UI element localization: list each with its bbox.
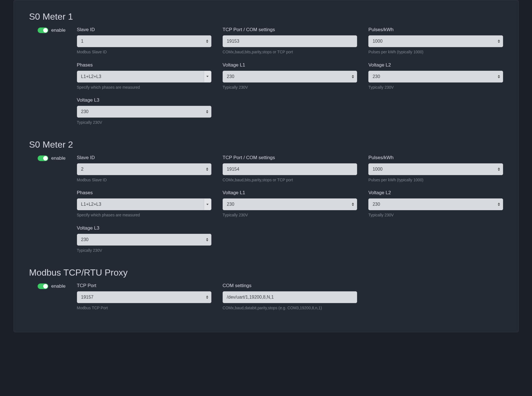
meter2-enable-label: enable (51, 155, 65, 161)
meter2-phases-label: Phases (77, 190, 211, 196)
meter1-row: enable Slave ID 1 Modbus Slave ID TCP Po… (29, 27, 503, 125)
meter1-slave-id-value: 1 (81, 39, 200, 44)
proxy-com-input[interactable]: /dev/uart/1,19200,8,N,1 (223, 291, 357, 303)
meter1-phases-helper: Specify which phases are measured (77, 85, 211, 90)
meter2-vl3-field: Voltage L3 230 Typically 230V (77, 225, 211, 253)
meter1-vl3-helper: Typically 230V (77, 120, 211, 125)
meter1-vl1-field: Voltage L1 230 Typically 230V (223, 62, 357, 90)
meter2-vl3-input[interactable]: 230 (77, 234, 211, 246)
meter2-tcp-field: TCP Port / COM settings 19154 COMx,baud,… (223, 155, 357, 183)
section-title-meter2: S0 Meter 2 (29, 139, 503, 150)
meter1-tcp-input[interactable]: 19153 (223, 35, 357, 47)
meter2-vl2-helper: Typically 230V (368, 212, 503, 218)
meter1-vl2-field: Voltage L2 230 Typically 230V (368, 62, 503, 90)
proxy-tcp-port-value: 19157 (81, 295, 200, 300)
meter1-fields: Slave ID 1 Modbus Slave ID TCP Port / CO… (77, 27, 503, 125)
meter1-phases-field: Phases L1+L2+L3 Specify which phases are… (77, 62, 211, 90)
proxy-tcp-port-input[interactable]: 19157 (77, 291, 211, 303)
meter2-vl2-input[interactable]: 230 (368, 198, 503, 210)
meter2-slave-id-value: 2 (81, 167, 200, 172)
spinner-icon[interactable] (205, 237, 209, 243)
meter1-slave-id-helper: Modbus Slave ID (77, 49, 211, 55)
meter2-tcp-input[interactable]: 19154 (223, 163, 357, 175)
meter2-tcp-value: 19154 (227, 167, 353, 172)
meter1-tcp-field: TCP Port / COM settings 19153 COMx,baud,… (223, 27, 357, 55)
settings-panel: S0 Meter 1 enable Slave ID 1 Modbus Slav… (13, 0, 519, 332)
meter1-enable-col: enable (29, 27, 66, 33)
proxy-com-value: /dev/uart/1,19200,8,N,1 (227, 295, 353, 300)
meter1-enable-toggle[interactable] (38, 28, 48, 33)
spinner-icon[interactable] (351, 201, 355, 207)
proxy-tcp-port-helper: Modbus TCP Port (77, 305, 211, 311)
meter1-phases-value: L1+L2+L3 (81, 74, 200, 79)
meter1-vl3-input[interactable]: 230 (77, 106, 211, 118)
spinner-icon[interactable] (205, 38, 209, 44)
meter2-vl3-label: Voltage L3 (77, 225, 211, 231)
meter1-slave-id-field: Slave ID 1 Modbus Slave ID (77, 27, 211, 55)
meter1-vl3-value: 230 (81, 109, 200, 114)
spinner-icon[interactable] (205, 166, 209, 172)
meter1-vl3-label: Voltage L3 (77, 97, 211, 103)
spinner-icon[interactable] (205, 109, 209, 115)
meter1-vl2-input[interactable]: 230 (368, 71, 503, 83)
spinner-icon[interactable] (205, 294, 209, 300)
meter1-tcp-value: 19153 (227, 39, 353, 44)
chevron-down-icon (204, 199, 211, 210)
meter2-phases-field: Phases L1+L2+L3 Specify which phases are… (77, 190, 211, 218)
meter1-pulses-input[interactable]: 1000 (368, 35, 503, 47)
proxy-tcp-port-label: TCP Port (77, 283, 211, 289)
meter2-tcp-label: TCP Port / COM settings (223, 155, 357, 161)
meter2-phases-value: L1+L2+L3 (81, 202, 200, 207)
meter1-tcp-label: TCP Port / COM settings (223, 27, 357, 33)
proxy-enable-col: enable (29, 283, 66, 289)
meter2-vl3-value: 230 (81, 237, 200, 242)
proxy-enable-label: enable (51, 283, 65, 289)
meter2-slave-id-field: Slave ID 2 Modbus Slave ID (77, 155, 211, 183)
meter1-pulses-field: Pulses/kWh 1000 Pulses per kWh (typicall… (368, 27, 503, 55)
meter1-vl1-label: Voltage L1 (223, 62, 357, 68)
meter2-row: enable Slave ID 2 Modbus Slave ID TCP Po… (29, 155, 503, 253)
meter2-vl1-helper: Typically 230V (223, 212, 357, 218)
spinner-icon[interactable] (497, 166, 501, 172)
meter2-vl2-label: Voltage L2 (368, 190, 503, 196)
meter1-vl1-helper: Typically 230V (223, 85, 357, 90)
meter1-phases-select[interactable]: L1+L2+L3 (77, 71, 211, 83)
meter2-slave-id-helper: Modbus Slave ID (77, 177, 211, 183)
meter1-vl1-input[interactable]: 230 (223, 71, 357, 83)
meter1-phases-label: Phases (77, 62, 211, 68)
chevron-down-icon (204, 71, 211, 82)
spinner-icon[interactable] (497, 74, 501, 80)
meter1-pulses-helper: Pulses per kWh (typically 1000) (368, 49, 503, 55)
spinner-icon[interactable] (351, 74, 355, 80)
meter1-slave-id-input[interactable]: 1 (77, 35, 211, 47)
meter2-vl1-value: 230 (227, 202, 346, 207)
spinner-icon[interactable] (497, 38, 501, 44)
meter2-slave-id-input[interactable]: 2 (77, 163, 211, 175)
meter1-enable-label: enable (51, 28, 65, 33)
meter2-phases-select[interactable]: L1+L2+L3 (77, 198, 211, 210)
proxy-row: enable TCP Port 19157 Modbus TCP Port CO… (29, 283, 503, 311)
proxy-empty-cell (368, 283, 503, 311)
meter2-pulses-input[interactable]: 1000 (368, 163, 503, 175)
meter2-fields: Slave ID 2 Modbus Slave ID TCP Port / CO… (77, 155, 503, 253)
meter2-pulses-value: 1000 (373, 167, 491, 172)
meter2-vl1-field: Voltage L1 230 Typically 230V (223, 190, 357, 218)
meter1-pulses-label: Pulses/kWh (368, 27, 503, 33)
meter2-vl3-helper: Typically 230V (77, 248, 211, 253)
proxy-enable-toggle[interactable] (38, 283, 48, 289)
meter1-tcp-helper: COMx,baud,bits,parity,stops or TCP port (223, 49, 357, 55)
meter2-vl2-value: 230 (373, 202, 491, 207)
section-title-meter1: S0 Meter 1 (29, 12, 503, 22)
meter1-vl3-field: Voltage L3 230 Typically 230V (77, 97, 211, 125)
meter2-vl1-label: Voltage L1 (223, 190, 357, 196)
meter1-pulses-value: 1000 (373, 39, 491, 44)
meter2-enable-col: enable (29, 155, 66, 161)
meter1-vl1-value: 230 (227, 74, 346, 79)
meter2-vl1-input[interactable]: 230 (223, 198, 357, 210)
meter2-tcp-helper: COMx,baud,bits,parity,stops or TCP port (223, 177, 357, 183)
meter2-enable-toggle[interactable] (38, 155, 48, 161)
spinner-icon[interactable] (497, 201, 501, 207)
meter1-vl2-helper: Typically 230V (368, 85, 503, 90)
meter2-pulses-label: Pulses/kWh (368, 155, 503, 161)
proxy-fields: TCP Port 19157 Modbus TCP Port COM setti… (77, 283, 503, 311)
